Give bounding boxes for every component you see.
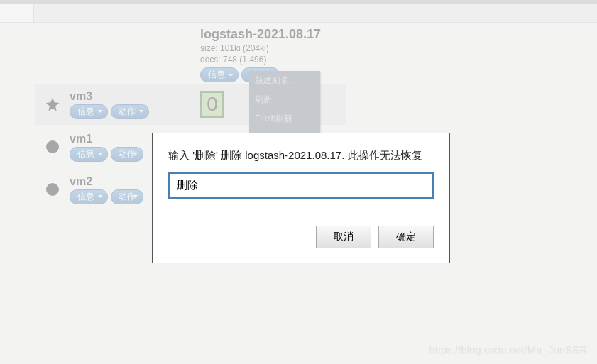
- confirm-button[interactable]: 确定: [378, 226, 434, 248]
- dialog-prompt: 输入 '删除' 删除 logstash-2021.08.17. 此操作无法恢复: [168, 149, 434, 162]
- confirm-input[interactable]: [168, 172, 434, 199]
- cancel-button[interactable]: 取消: [316, 226, 371, 248]
- delete-confirm-dialog: 输入 '删除' 删除 logstash-2021.08.17. 此操作无法恢复 …: [152, 133, 450, 263]
